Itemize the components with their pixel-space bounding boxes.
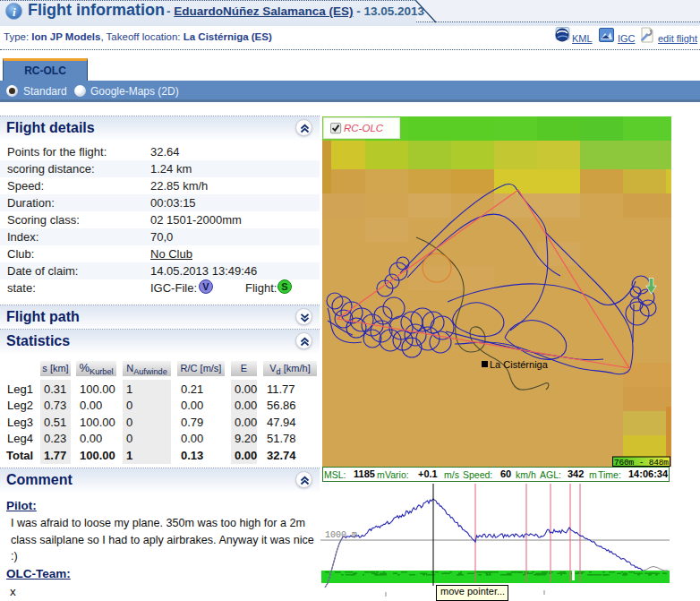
svg-text:La Cistérniga: La Cistérniga xyxy=(490,359,549,370)
svg-text:1000 m: 1000 m xyxy=(325,530,357,540)
svg-text:760m - 848m: 760m - 848m xyxy=(614,458,669,468)
